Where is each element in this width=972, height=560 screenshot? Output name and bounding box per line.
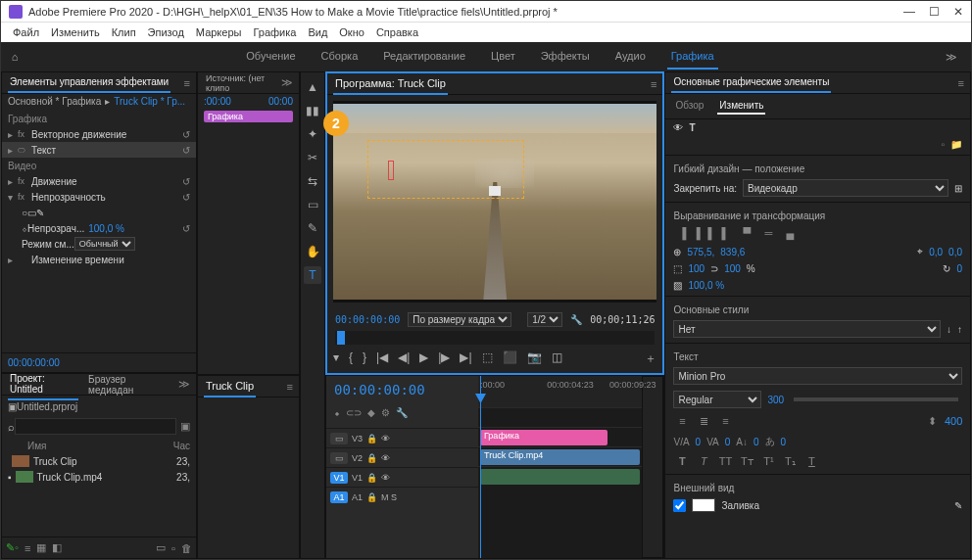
align-top-icon[interactable]: ▀ (738, 227, 755, 239)
reset-icon[interactable]: ↺ (182, 145, 190, 156)
list-view-icon[interactable]: ≡ (24, 542, 30, 554)
search-icon[interactable]: ⌕ (8, 421, 15, 433)
wrench-icon[interactable]: 🔧 (570, 314, 582, 325)
ec-opacity[interactable]: Непрозрачность (31, 192, 106, 203)
comparison-icon[interactable]: ◫ (552, 350, 562, 367)
menu-help[interactable]: Справка (372, 24, 422, 40)
tab-effect-controls[interactable]: Элементы управления эффектами (8, 72, 170, 93)
rect-tool-icon[interactable]: ▭ (304, 196, 321, 213)
menu-markers[interactable]: Маркеры (192, 24, 246, 40)
ws-color[interactable]: Цвет (487, 44, 519, 70)
home-icon[interactable]: ⌂ (1, 51, 28, 63)
tab-timeline-seq[interactable]: Truck Clip (204, 376, 256, 397)
tab-source[interactable]: Источник: (нет клипо (204, 70, 273, 97)
timeline-clip-video[interactable]: Truck Clip.mp4 (480, 449, 640, 465)
filter-icon[interactable]: ▣ (180, 420, 190, 433)
panel-menu-icon[interactable]: ≫ (178, 378, 190, 391)
program-video-area[interactable]: 2 (333, 101, 656, 303)
source-clip-bar[interactable]: Графика (204, 111, 293, 122)
play-icon[interactable]: ▶ (419, 350, 428, 367)
menu-file[interactable]: Файл (9, 24, 43, 40)
allcaps-icon[interactable]: TT (716, 455, 734, 468)
text-align-left-icon[interactable]: ≡ (673, 415, 691, 428)
pos-y[interactable]: 839,6 (720, 247, 745, 257)
tl-marker-icon[interactable]: ◆ (367, 407, 375, 418)
egp-tab-edit[interactable]: Изменить (717, 98, 765, 115)
reset-icon[interactable]: ↺ (182, 176, 190, 187)
timeline-clip-graphics[interactable]: Графика (480, 430, 608, 445)
align-center-h-icon[interactable]: ▌▐ (695, 227, 712, 239)
fill-color-swatch[interactable] (692, 498, 715, 512)
add-marker-icon[interactable]: ▾ (333, 350, 339, 367)
ripple-tool-icon[interactable]: ✦ (304, 125, 321, 143)
mark-out-icon[interactable]: } (363, 350, 366, 367)
size-slider[interactable] (794, 397, 958, 401)
go-out-icon[interactable]: ▶| (460, 350, 471, 367)
pin-target-icon[interactable]: ⊞ (954, 183, 962, 194)
menu-sequence[interactable]: Эпизод (144, 24, 188, 40)
project-search-input[interactable] (15, 418, 176, 435)
new-bin-icon[interactable]: ▭ (156, 541, 166, 554)
freeform-view-icon[interactable]: ◧ (52, 541, 62, 554)
mark-in-icon[interactable]: { (349, 350, 353, 367)
text-align-center-icon[interactable]: ≣ (695, 415, 712, 428)
menu-view[interactable]: Вид (304, 24, 331, 40)
text-align-right-icon[interactable]: ≡ (716, 415, 734, 428)
step-back-icon[interactable]: ◀| (398, 350, 410, 367)
mask-pen-icon[interactable]: ✎ (36, 208, 44, 218)
font-size[interactable]: 300 (767, 395, 784, 405)
ec-clip-link[interactable]: Truck Clip * Гр... (114, 96, 185, 107)
minimize-button[interactable]: — (903, 5, 915, 19)
subscript-icon[interactable]: T₁ (781, 455, 799, 468)
sync-style-icon[interactable]: ↑ (957, 324, 962, 335)
pin-select[interactable]: Видеокадр (743, 179, 948, 197)
track-a1-target[interactable]: A1 (330, 491, 348, 503)
lift-icon[interactable]: ⬚ (482, 350, 493, 367)
selection-tool-icon[interactable]: ▲ (304, 78, 321, 96)
pen-tool-icon[interactable]: ✎ (304, 219, 321, 237)
razor-tool-icon[interactable]: ✂ (304, 149, 321, 166)
text-selection-box[interactable] (367, 140, 524, 199)
ec-opacity-prop[interactable]: Непрозрач... (27, 223, 84, 234)
track-v1-target[interactable]: V1 (330, 472, 348, 484)
ws-audio[interactable]: Аудио (611, 44, 650, 70)
align-left-icon[interactable]: ▐ (673, 227, 691, 239)
ec-motion[interactable]: Движение (31, 176, 77, 187)
egp-opacity[interactable]: 100,0 % (688, 280, 724, 291)
program-scrubber[interactable] (335, 331, 655, 345)
superscript-icon[interactable]: T¹ (759, 455, 777, 468)
master-style-select[interactable]: Нет (673, 320, 941, 338)
new-layer-icon[interactable]: ▫ (941, 139, 945, 150)
step-fwd-icon[interactable]: |▶ (438, 350, 450, 367)
smallcaps-icon[interactable]: Tᴛ (738, 455, 755, 468)
trash-icon[interactable]: 🗑 (181, 542, 192, 554)
resolution-select[interactable]: 1/2 (527, 312, 562, 327)
underline-icon[interactable]: T (802, 455, 820, 468)
text-layer-icon[interactable]: T (689, 122, 695, 133)
col-name[interactable]: Имя (8, 441, 173, 451)
ws-assembly[interactable]: Сборка (317, 44, 363, 70)
eye-icon[interactable]: 👁 (673, 122, 683, 133)
ws-more-icon[interactable]: ≫ (932, 51, 971, 64)
ec-vector-motion[interactable]: Векторное движение (31, 129, 126, 140)
ws-effects[interactable]: Эффекты (537, 44, 594, 70)
ec-text[interactable]: Текст (31, 145, 56, 156)
reset-icon[interactable]: ↺ (182, 129, 190, 140)
button-editor-icon[interactable]: ＋ (645, 350, 656, 367)
extract-icon[interactable]: ⬛ (503, 350, 517, 367)
fill-checkbox[interactable] (673, 499, 686, 512)
tl-snap-icon[interactable]: ⬥ (334, 407, 340, 418)
tl-link-icon[interactable]: ⊂⊃ (346, 407, 362, 418)
pos-x[interactable]: 575,5, (687, 247, 714, 257)
link-scale-icon[interactable]: ⊃ (710, 263, 718, 274)
export-frame-icon[interactable]: 📷 (527, 350, 542, 367)
folder-icon[interactable]: 📁 (950, 139, 962, 150)
track-v3-target[interactable]: ▭ (330, 433, 348, 444)
align-right-icon[interactable]: ▌ (716, 227, 734, 239)
project-item[interactable]: Truck Clip23, (6, 453, 192, 469)
icon-view-icon[interactable]: ▦ (36, 541, 46, 554)
slip-tool-icon[interactable]: ⇆ (304, 172, 321, 190)
menu-clip[interactable]: Клип (108, 24, 140, 40)
font-select[interactable]: Minion Pro (673, 367, 962, 385)
tab-program[interactable]: Программа: Truck Clip (333, 73, 448, 95)
